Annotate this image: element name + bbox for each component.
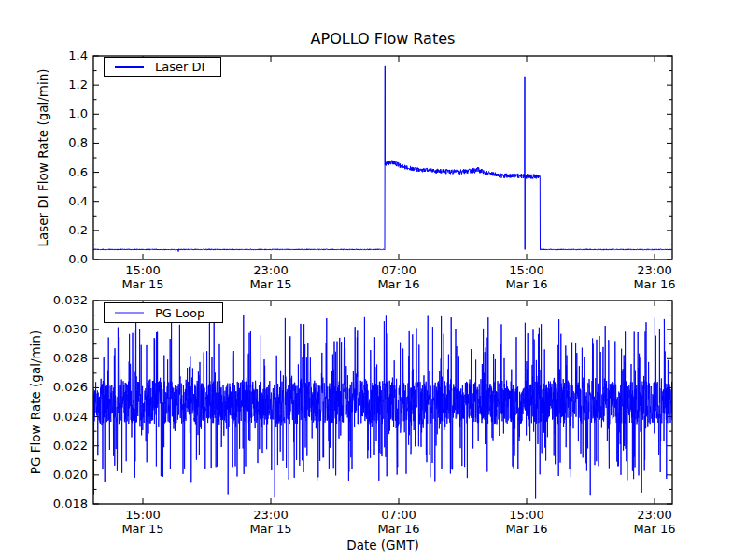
x-tick-date: Mar 16 bbox=[357, 522, 441, 536]
x-tick-time: 07:00 bbox=[357, 508, 441, 522]
legend-line-sample bbox=[115, 66, 144, 68]
y-tick-label: 1.0 bbox=[37, 106, 88, 121]
x-tick-time: 23:00 bbox=[613, 263, 697, 277]
legend-line-sample bbox=[115, 312, 144, 314]
x-tick-date: Mar 15 bbox=[101, 522, 185, 536]
series-laser-di bbox=[93, 66, 672, 252]
y-tick-label: 0.024 bbox=[37, 410, 88, 425]
x-axis-label: Date (GMT) bbox=[93, 538, 672, 553]
series-pg-loop bbox=[93, 315, 672, 499]
x-tick-time: 23:00 bbox=[229, 263, 313, 277]
x-tick-time: 15:00 bbox=[101, 263, 185, 277]
y-tick-label: 0.2 bbox=[37, 223, 88, 238]
x-tick-time: 15:00 bbox=[485, 508, 569, 522]
y-tick-label: 1.2 bbox=[37, 77, 88, 92]
figure: APOLLO Flow Rates Laser DI Flow Rate (ga… bbox=[0, 0, 747, 560]
y-tick-label: 0.4 bbox=[37, 194, 88, 209]
y-axis-label-top: Laser DI Flow Rate (gal/min) bbox=[35, 68, 50, 246]
x-tick-date: Mar 16 bbox=[357, 277, 441, 291]
x-tick-date: Mar 16 bbox=[613, 522, 697, 536]
legend-label: PG Loop bbox=[155, 306, 204, 320]
x-tick-time: 23:00 bbox=[229, 508, 313, 522]
x-tick-date: Mar 16 bbox=[485, 277, 569, 291]
y-tick-label: 0.020 bbox=[37, 468, 88, 483]
chart-title: APOLLO Flow Rates bbox=[93, 30, 672, 48]
x-tick-time: 23:00 bbox=[613, 508, 697, 522]
x-tick-date: Mar 16 bbox=[485, 522, 569, 536]
legend-pg-loop: PG Loop bbox=[104, 302, 223, 323]
y-tick-label: 0.026 bbox=[37, 380, 88, 395]
x-tick-time: 07:00 bbox=[357, 263, 441, 277]
x-tick-date: Mar 15 bbox=[229, 277, 313, 291]
y-tick-label: 0.8 bbox=[37, 135, 88, 150]
x-tick-time: 15:00 bbox=[101, 508, 185, 522]
x-tick-date: Mar 15 bbox=[101, 277, 185, 291]
y-tick-label: 1.4 bbox=[37, 49, 88, 63]
axes-frame bbox=[93, 56, 672, 259]
y-tick-label: 0.022 bbox=[37, 439, 88, 454]
y-tick-label: 0.6 bbox=[37, 165, 88, 180]
legend-label: Laser DI bbox=[155, 60, 204, 74]
x-tick-time: 15:00 bbox=[485, 263, 569, 277]
x-tick-date: Mar 15 bbox=[229, 522, 313, 536]
y-tick-label: 0.0 bbox=[37, 252, 88, 267]
x-tick-date: Mar 16 bbox=[613, 277, 697, 291]
legend-laser-di: Laser DI bbox=[104, 57, 221, 77]
y-tick-label: 0.018 bbox=[37, 497, 88, 511]
y-tick-label: 0.030 bbox=[37, 322, 88, 337]
y-tick-label: 0.028 bbox=[37, 351, 88, 366]
y-tick-label: 0.032 bbox=[37, 293, 88, 308]
